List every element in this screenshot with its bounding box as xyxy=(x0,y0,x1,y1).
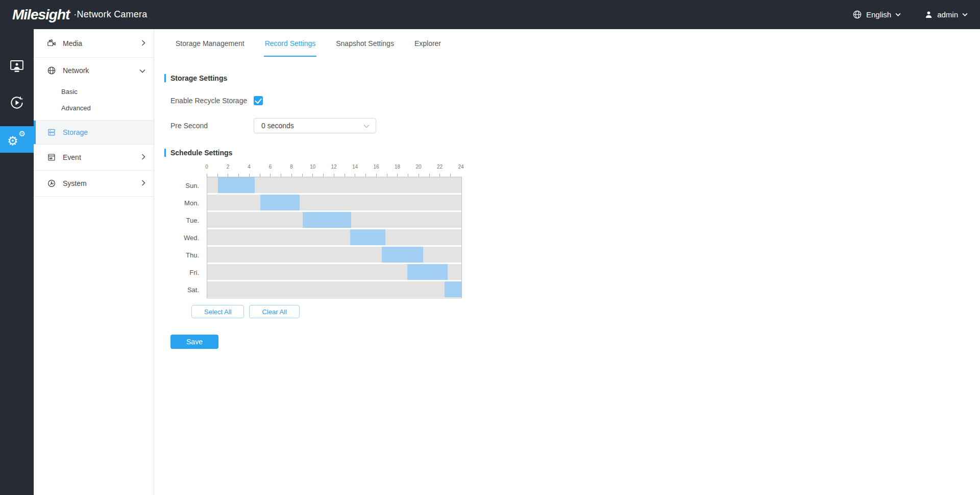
section-accent-bar xyxy=(164,74,166,82)
system-wrench-icon xyxy=(47,179,56,188)
sidebar-item-label: Network xyxy=(63,66,89,75)
tab-storage-management[interactable]: Storage Management xyxy=(165,29,255,58)
chevron-right-icon xyxy=(141,179,145,187)
storage-server-icon xyxy=(47,128,56,137)
schedule-track-fri[interactable] xyxy=(207,264,461,280)
schedule-track-sat[interactable] xyxy=(207,281,461,297)
globe-icon xyxy=(852,10,862,19)
live-view-icon[interactable] xyxy=(0,53,34,79)
network-globe-icon xyxy=(47,66,56,75)
event-icon xyxy=(47,153,56,162)
language-label: English xyxy=(866,10,891,19)
axis-tick-label: 22 xyxy=(437,164,443,170)
day-label: Sun. xyxy=(170,177,199,194)
chevron-down-icon xyxy=(895,13,901,16)
schedule-tracks xyxy=(207,177,462,298)
sidebar-item-advanced[interactable]: Advanced xyxy=(34,100,154,116)
sidebar-item-label: Storage xyxy=(63,128,88,136)
main-content: Storage Management Record Settings Snaps… xyxy=(154,29,980,495)
enable-recycle-label: Enable Recycle Storage xyxy=(170,97,254,105)
module-rail: ⚙⚙ xyxy=(0,29,34,495)
playback-icon[interactable] xyxy=(0,89,34,116)
pre-second-label: Pre Second xyxy=(170,122,254,130)
settings-sidebar: Media Network xyxy=(34,29,154,495)
storage-settings-title: Storage Settings xyxy=(164,74,980,82)
product-title: ·Network Camera xyxy=(74,9,147,20)
sidebar-item-media[interactable]: Media xyxy=(34,29,154,57)
user-label: admin xyxy=(937,10,958,19)
media-camera-icon xyxy=(47,39,56,48)
schedule-selected-range[interactable] xyxy=(303,212,351,228)
axis-tick-label: 2 xyxy=(227,164,230,170)
app-window: Milesight ·Network Camera English xyxy=(0,0,980,495)
schedule-selected-range[interactable] xyxy=(260,195,300,210)
chevron-right-icon xyxy=(141,153,145,161)
tab-bar: Storage Management Record Settings Snaps… xyxy=(154,29,980,58)
tab-explorer[interactable]: Explorer xyxy=(404,29,451,58)
schedule-selected-range[interactable] xyxy=(407,264,448,280)
sidebar-subitem-label: Advanced xyxy=(61,104,91,112)
user-menu[interactable]: admin xyxy=(924,10,968,19)
enable-recycle-row: Enable Recycle Storage xyxy=(170,96,980,105)
schedule-track-mon[interactable] xyxy=(207,195,461,210)
sidebar-item-event[interactable]: Event xyxy=(34,145,154,170)
schedule-settings-title: Schedule Settings xyxy=(164,149,980,157)
clear-all-button[interactable]: Clear All xyxy=(249,305,299,318)
time-axis: 0 2 4 6 8 10 12 14 16 18 20 22 24 xyxy=(207,164,461,177)
sidebar-item-label: System xyxy=(63,179,87,187)
axis-tick-label: 6 xyxy=(269,164,272,170)
schedule-selected-range[interactable] xyxy=(218,177,255,193)
save-button[interactable]: Save xyxy=(170,335,218,349)
schedule-selected-range[interactable] xyxy=(350,229,385,245)
axis-tick-label: 14 xyxy=(352,164,358,170)
schedule-selected-range[interactable] xyxy=(445,281,461,297)
axis-tick-label: 20 xyxy=(415,164,421,170)
pre-second-select[interactable]: 0 seconds xyxy=(254,118,376,133)
axis-tick-label: 12 xyxy=(331,164,336,170)
gear-icon: ⚙⚙ xyxy=(8,131,26,148)
day-label: Sat. xyxy=(170,281,199,298)
day-label-column: Sun. Mon. Tue. Wed. Thu. Fri. Sat. xyxy=(170,177,207,298)
sidebar-item-network[interactable]: Network xyxy=(34,58,154,83)
axis-tick-label: 18 xyxy=(395,164,400,170)
day-label: Wed. xyxy=(170,229,199,246)
schedule-track-thu[interactable] xyxy=(207,247,461,263)
chevron-down-icon xyxy=(962,13,968,16)
chevron-down-icon xyxy=(363,121,370,130)
sidebar-item-storage[interactable]: Storage xyxy=(34,121,154,144)
settings-icon[interactable]: ⚙⚙ xyxy=(0,126,34,153)
schedule-track-wed[interactable] xyxy=(207,229,461,245)
enable-recycle-checkbox[interactable] xyxy=(254,96,263,105)
select-all-button[interactable]: Select All xyxy=(191,305,244,318)
chevron-right-icon xyxy=(141,39,145,48)
pre-second-value: 0 seconds xyxy=(261,122,294,130)
sidebar-item-system[interactable]: System xyxy=(34,171,154,196)
day-label: Tue. xyxy=(170,211,199,229)
axis-tick-label: 24 xyxy=(458,164,463,170)
axis-ticks xyxy=(207,174,461,177)
section-accent-bar xyxy=(164,149,166,157)
axis-tick-label: 0 xyxy=(205,164,208,170)
axis-tick-label: 10 xyxy=(310,164,315,170)
language-selector[interactable]: English xyxy=(852,10,901,19)
milesight-logo: Milesight xyxy=(12,7,69,23)
day-label: Thu. xyxy=(170,246,199,264)
top-bar: Milesight ·Network Camera English xyxy=(0,0,980,29)
axis-tick-label: 4 xyxy=(248,164,251,170)
sidebar-item-label: Media xyxy=(63,39,82,48)
chevron-down-icon xyxy=(139,66,145,75)
schedule-selected-range[interactable] xyxy=(382,247,423,263)
sidebar-subitem-label: Basic xyxy=(61,88,78,96)
day-label: Mon. xyxy=(170,194,199,211)
axis-tick-label: 16 xyxy=(373,164,379,170)
axis-tick-label: 8 xyxy=(290,164,293,170)
schedule-track-tue[interactable] xyxy=(207,212,461,228)
schedule-track-sun[interactable] xyxy=(207,177,461,193)
tab-snapshot-settings[interactable]: Snapshot Settings xyxy=(326,29,404,58)
sidebar-item-label: Event xyxy=(63,153,81,161)
day-label: Fri. xyxy=(170,264,199,281)
pre-second-row: Pre Second 0 seconds xyxy=(170,118,980,133)
tab-record-settings[interactable]: Record Settings xyxy=(255,29,326,58)
sidebar-item-basic[interactable]: Basic xyxy=(34,83,154,100)
user-icon xyxy=(924,10,933,19)
